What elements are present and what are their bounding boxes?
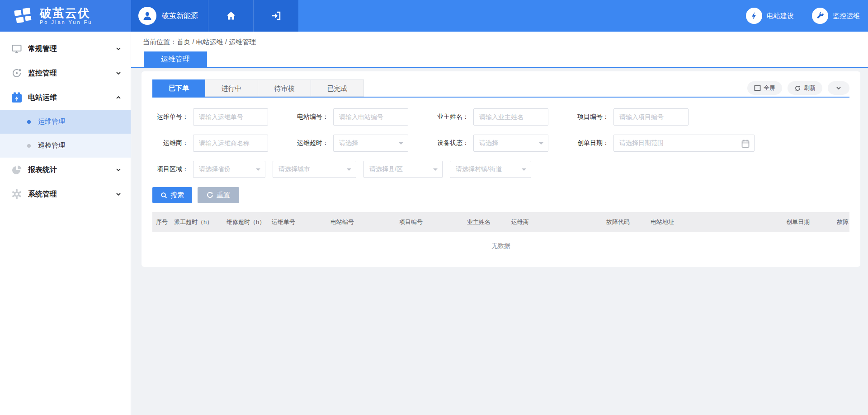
ops-vendor-input[interactable] xyxy=(193,135,268,152)
fullscreen-label: 全屏 xyxy=(764,84,775,92)
chevron-up-icon xyxy=(115,94,122,101)
province-select[interactable]: 请选择省份 xyxy=(193,161,265,178)
chevron-down-icon xyxy=(115,191,122,197)
sidebar-item-label: 报表统计 xyxy=(28,165,115,175)
station-no-input[interactable] xyxy=(333,108,408,126)
quick-link-label: 监控运维 xyxy=(833,12,860,20)
date-placeholder: 请选择日期范围 xyxy=(619,139,664,147)
chevron-down-icon xyxy=(835,85,842,91)
col-create-date: 创单日期 xyxy=(783,218,833,226)
filter-form: 运维单号： 电站编号： 业主姓名： 项目编号： xyxy=(152,108,849,178)
refresh-button[interactable]: 刷新 xyxy=(788,81,822,95)
field-label: 电站编号： xyxy=(292,113,329,121)
filter-row-3: 项目区域： 请选择省份 请选择城市 请选择县/区 请选择村镇/街道 xyxy=(152,161,849,178)
col-fault-clipped: 故障 xyxy=(833,218,849,226)
field-label: 项目区域： xyxy=(152,165,189,173)
brand-name-en: Po Jian Yun Fu xyxy=(40,19,92,25)
tab-pending-review[interactable]: 待审核 xyxy=(258,79,311,97)
brand-logo-area: 破茧云伏 Po Jian Yun Fu xyxy=(0,0,131,32)
field-label: 创单日期： xyxy=(573,139,609,147)
bullet-icon xyxy=(27,120,31,124)
search-button[interactable]: 搜索 xyxy=(152,187,192,203)
filter-actions: 搜索 重置 xyxy=(152,187,849,203)
field-label: 运维商： xyxy=(152,139,189,147)
owner-name-input[interactable] xyxy=(473,108,548,126)
breadcrumb-bar: 当前位置：首页 / 电站运维 / 运维管理 运维管理 xyxy=(131,32,868,68)
tab-completed[interactable]: 已完成 xyxy=(311,79,364,97)
filter-row-2: 运维商： 运维超时： 请选择 设备状态： 请选择 xyxy=(152,135,849,152)
logout-button[interactable] xyxy=(253,0,298,32)
field-label: 项目编号： xyxy=(573,113,609,121)
select-placeholder: 请选择城市 xyxy=(278,165,310,173)
town-select[interactable]: 请选择村镇/街道 xyxy=(450,161,531,178)
reset-icon xyxy=(207,192,213,199)
sidebar-item-label: 常规管理 xyxy=(28,44,115,54)
wrench-icon xyxy=(812,8,828,24)
ops-timeout-select[interactable]: 请选择 xyxy=(333,135,408,152)
create-date-range-picker[interactable]: 请选择日期范围 xyxy=(613,135,755,152)
fullscreen-button[interactable]: 全屏 xyxy=(747,81,782,95)
reset-label: 重置 xyxy=(217,191,230,200)
fullscreen-icon xyxy=(754,85,761,91)
project-no-input[interactable] xyxy=(613,108,689,126)
brand-logo-icon xyxy=(12,5,35,27)
chevron-down-icon xyxy=(115,46,122,52)
select-placeholder: 请选择 xyxy=(479,139,498,147)
chevron-down-icon xyxy=(115,167,122,173)
sidebar-item-monitor-mgmt[interactable]: 监控管理 xyxy=(0,61,131,85)
chevron-down-icon xyxy=(115,70,122,76)
collapse-toolbar-button[interactable] xyxy=(828,81,849,95)
lightning-icon xyxy=(746,8,762,24)
city-select[interactable]: 请选择城市 xyxy=(273,161,356,178)
refresh-icon xyxy=(794,85,801,92)
col-owner-name: 业主姓名 xyxy=(463,218,508,226)
col-station-no: 电站编号 xyxy=(327,218,396,226)
field-label: 运维单号： xyxy=(152,113,189,121)
user-icon xyxy=(142,10,153,21)
sidebar-item-report-stats[interactable]: 报表统计 xyxy=(0,158,131,182)
sidebar-subitem-label: 运维管理 xyxy=(38,117,65,126)
col-project-no: 项目编号 xyxy=(396,218,463,226)
select-placeholder: 请选择省份 xyxy=(199,165,231,173)
refresh-label: 刷新 xyxy=(804,84,816,92)
gear-icon xyxy=(11,188,23,200)
orders-table: 序号 派工超时（h） 维修超时（h） 运维单号 电站编号 项目编号 业主姓名 运… xyxy=(152,212,849,260)
reset-button[interactable]: 重置 xyxy=(198,187,239,203)
sidebar-item-general-mgmt[interactable]: 常规管理 xyxy=(0,37,131,61)
sidebar-item-label: 监控管理 xyxy=(28,69,115,78)
col-dispatch-timeout: 派工超时（h） xyxy=(170,218,223,226)
quick-link-station-build[interactable]: 电站建设 xyxy=(746,8,794,24)
ops-order-no-input[interactable] xyxy=(193,108,268,126)
col-fault-code: 故障代码 xyxy=(603,218,647,226)
search-icon xyxy=(160,192,167,199)
sidebar-subitem-inspection-mgmt[interactable]: 巡检管理 xyxy=(0,134,131,158)
table-header-row: 序号 派工超时（h） 维修超时（h） 运维单号 电站编号 项目编号 业主姓名 运… xyxy=(152,212,849,232)
pie-chart-icon xyxy=(11,164,23,176)
field-label: 设备状态： xyxy=(433,139,469,147)
tab-in-progress[interactable]: 进行中 xyxy=(205,79,258,97)
sidebar-subitem-ops-mgmt[interactable]: 运维管理 xyxy=(0,110,131,134)
quick-link-label: 电站建设 xyxy=(767,12,794,20)
network-icon xyxy=(11,67,23,79)
device-status-select[interactable]: 请选择 xyxy=(473,135,548,152)
sidebar: 常规管理 监控管理 xyxy=(0,32,131,415)
page-tab-ops-mgmt[interactable]: 运维管理 xyxy=(144,51,207,67)
tab-ordered[interactable]: 已下单 xyxy=(152,79,205,97)
sidebar-item-station-ops[interactable]: 电站运维 xyxy=(0,85,131,110)
battery-bolt-icon xyxy=(11,92,23,103)
sidebar-item-system-mgmt[interactable]: 系统管理 xyxy=(0,182,131,206)
home-button[interactable] xyxy=(208,0,253,32)
login-arrow-icon xyxy=(271,10,282,21)
bullet-icon xyxy=(27,144,31,148)
select-placeholder: 请选择县/区 xyxy=(369,165,403,173)
field-label: 运维超时： xyxy=(292,139,329,147)
filter-row-1: 运维单号： 电站编号： 业主姓名： 项目编号： xyxy=(152,108,849,126)
sidebar-item-label: 电站运维 xyxy=(28,93,115,103)
field-label: 业主姓名： xyxy=(433,113,469,121)
empty-state: 无数据 xyxy=(152,232,849,260)
company-name: 破茧新能源 xyxy=(162,11,198,21)
quick-link-monitor-ops[interactable]: 监控运维 xyxy=(812,8,860,24)
county-select[interactable]: 请选择县/区 xyxy=(363,161,443,178)
user-account[interactable]: 破茧新能源 xyxy=(131,0,208,32)
breadcrumb: 当前位置：首页 / 电站运维 / 运维管理 xyxy=(131,32,868,47)
